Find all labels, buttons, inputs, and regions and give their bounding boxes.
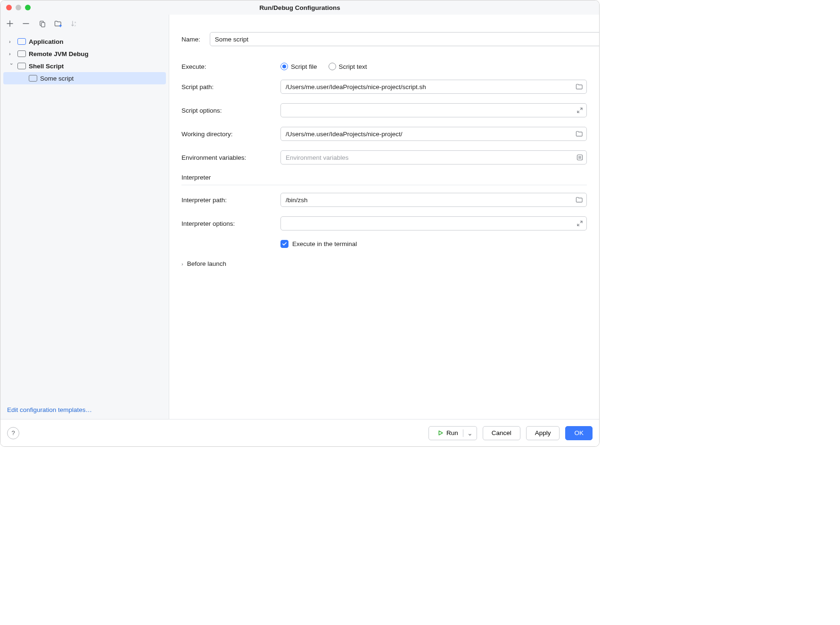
before-launch-toggle[interactable]: › Before launch xyxy=(181,260,587,267)
run-label: Run xyxy=(446,429,458,436)
run-button[interactable]: Run ⌄ xyxy=(428,426,477,440)
window-title: Run/Debug Configurations xyxy=(0,4,599,11)
radio-label: Script text xyxy=(339,63,367,70)
script-options-input[interactable] xyxy=(280,103,587,117)
ok-label: OK xyxy=(574,429,584,436)
before-launch-label: Before launch xyxy=(187,260,226,267)
chevron-right-icon: › xyxy=(9,51,15,57)
copy-config-button[interactable] xyxy=(37,19,47,28)
shell-script-icon xyxy=(29,75,37,82)
script-options-label: Script options: xyxy=(181,107,271,114)
play-icon xyxy=(437,430,444,436)
svg-text:a: a xyxy=(74,21,76,24)
cancel-button[interactable]: Cancel xyxy=(483,426,520,440)
tree-label: Remote JVM Debug xyxy=(29,50,89,58)
interpreter-options-label: Interpreter options: xyxy=(181,220,271,227)
tree-item-some-script[interactable]: Some script xyxy=(3,72,166,84)
interpreter-options-input[interactable] xyxy=(280,216,587,230)
working-dir-input[interactable] xyxy=(280,127,587,141)
execute-terminal-label: Execute in the terminal xyxy=(292,240,357,247)
name-input[interactable] xyxy=(210,32,599,46)
tree-label: Some script xyxy=(40,75,74,82)
browse-folder-icon[interactable] xyxy=(576,131,583,137)
svg-rect-1 xyxy=(41,22,45,26)
tree-label: Application xyxy=(29,38,64,45)
svg-text:z: z xyxy=(74,24,76,27)
add-config-button[interactable] xyxy=(5,19,15,28)
help-button[interactable]: ? xyxy=(7,427,19,439)
expand-icon[interactable] xyxy=(576,107,583,114)
apply-button[interactable]: Apply xyxy=(526,426,560,440)
chevron-right-icon: › xyxy=(181,261,183,267)
execute-script-text-radio[interactable]: Script text xyxy=(329,63,367,70)
browse-folder-icon[interactable] xyxy=(576,83,583,90)
execute-label: Execute: xyxy=(181,63,271,70)
shell-script-icon xyxy=(17,63,26,69)
working-dir-label: Working directory: xyxy=(181,131,271,138)
cancel-label: Cancel xyxy=(492,429,511,436)
apply-label: Apply xyxy=(535,429,551,436)
tree-label: Shell Script xyxy=(29,63,64,70)
ok-button[interactable]: OK xyxy=(565,426,593,440)
config-tree: › Application › Remote JVM Debug › Shell… xyxy=(0,33,169,401)
run-more-dropdown[interactable]: ⌄ xyxy=(463,429,473,437)
env-vars-input[interactable] xyxy=(280,150,587,164)
script-path-input[interactable] xyxy=(280,80,587,94)
name-label: Name: xyxy=(181,36,200,43)
dialog-footer: ? Run ⌄ Cancel Apply OK xyxy=(0,419,599,446)
execute-script-file-radio[interactable]: Script file xyxy=(280,63,317,70)
titlebar: Run/Debug Configurations xyxy=(0,0,599,15)
remote-debug-icon xyxy=(17,50,26,57)
edit-templates-link[interactable]: Edit configuration templates… xyxy=(7,406,92,413)
folder-add-button[interactable] xyxy=(53,19,63,28)
radio-label: Script file xyxy=(291,63,317,70)
list-icon[interactable] xyxy=(576,154,583,161)
expand-icon[interactable] xyxy=(576,220,583,227)
chevron-down-icon: › xyxy=(9,63,15,69)
env-vars-label: Environment variables: xyxy=(181,154,271,161)
chevron-right-icon: › xyxy=(9,39,15,44)
sidebar: az › Application › Remote JVM Debug › Sh… xyxy=(0,15,169,419)
sidebar-toolbar: az xyxy=(0,15,169,33)
execute-terminal-checkbox[interactable]: Execute in the terminal xyxy=(280,240,357,248)
browse-folder-icon[interactable] xyxy=(576,197,583,203)
application-icon xyxy=(17,38,26,45)
interpreter-path-input[interactable] xyxy=(280,193,587,207)
interpreter-section-title: Interpreter xyxy=(181,174,587,181)
interpreter-path-label: Interpreter path: xyxy=(181,197,271,204)
sort-config-button[interactable]: az xyxy=(69,19,79,28)
tree-item-remote-jvm[interactable]: › Remote JVM Debug xyxy=(0,48,169,60)
main-form: Name: Allow multiple instances Store as … xyxy=(169,15,599,419)
script-path-label: Script path: xyxy=(181,83,271,90)
tree-item-shell-script[interactable]: › Shell Script xyxy=(0,60,169,72)
remove-config-button[interactable] xyxy=(21,19,31,28)
tree-item-application[interactable]: › Application xyxy=(0,35,169,48)
